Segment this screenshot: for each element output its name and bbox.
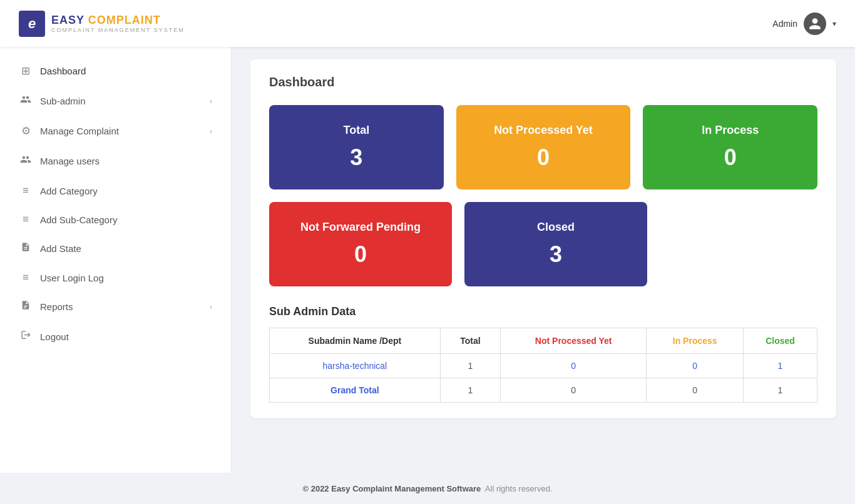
reports-chevron: › xyxy=(210,302,212,311)
row-name: harsha-technical xyxy=(270,354,441,378)
col-header-in-process: In Process xyxy=(647,328,744,354)
stat-not-forwarded-label: Not Forwared Pending xyxy=(282,221,439,234)
manage-users-icon xyxy=(19,154,33,168)
row-not-processed: 0 xyxy=(501,354,647,378)
stat-not-forwarded-value: 0 xyxy=(282,241,439,268)
stat-in-process-label: In Process xyxy=(655,124,805,137)
row-in-process: 0 xyxy=(647,354,744,378)
grand-total-closed: 1 xyxy=(744,378,817,403)
sub-admin-table: Subadmin Name /Dept Total Not Processed … xyxy=(269,328,817,403)
header-right: Admin ▾ xyxy=(772,13,836,35)
user-dropdown-arrow[interactable]: ▾ xyxy=(832,19,836,28)
col-header-total: Total xyxy=(440,328,500,354)
sidebar-item-sub-admin[interactable]: Sub-admin › xyxy=(0,86,231,116)
stat-row-2: Not Forwared Pending 0 Closed 3 xyxy=(269,202,817,286)
sidebar-item-add-state[interactable]: Add State xyxy=(0,234,231,263)
row-total: 1 xyxy=(440,354,500,378)
stat-in-process-value: 0 xyxy=(655,144,805,171)
sidebar-item-reports[interactable]: Reports › xyxy=(0,292,231,321)
sidebar-add-sub-category-label: Add Sub-Category xyxy=(40,214,212,225)
sidebar-manage-complaint-label: Manage Complaint xyxy=(40,126,202,136)
main-layout: ⊞ Dashboard Sub-admin › ⚙ Manage Complai… xyxy=(0,47,855,473)
footer: © 2022 Easy Complaint Management Softwar… xyxy=(0,473,855,504)
col-header-closed: Closed xyxy=(744,328,817,354)
sidebar-reports-label: Reports xyxy=(40,301,202,312)
sidebar-item-logout[interactable]: Logout xyxy=(0,321,231,351)
table-header-row: Subadmin Name /Dept Total Not Processed … xyxy=(270,328,817,354)
user-login-log-icon: ≡ xyxy=(19,271,33,284)
table-row: harsha-technical 1 0 0 1 xyxy=(270,354,817,378)
admin-name-label: Admin xyxy=(772,19,797,29)
sidebar-item-dashboard[interactable]: ⊞ Dashboard xyxy=(0,56,231,86)
add-sub-category-icon: ≡ xyxy=(19,213,33,226)
add-category-icon: ≡ xyxy=(19,184,33,197)
footer-suffix: All rights reserved. xyxy=(485,484,553,493)
grand-total-total: 1 xyxy=(440,378,500,403)
stat-card-in-process[interactable]: In Process 0 xyxy=(643,105,817,189)
header: e EASY COMPLAINT COMPLAINT MANAGEMENT SY… xyxy=(0,0,855,47)
footer-brand: © 2022 Easy Complaint Management Softwar… xyxy=(302,484,481,493)
logo-complaint: COMPLAINT xyxy=(88,14,161,26)
stat-not-processed-label: Not Processed Yet xyxy=(469,124,618,137)
reports-icon xyxy=(19,300,33,313)
stat-card-not-processed[interactable]: Not Processed Yet 0 xyxy=(456,105,631,189)
sidebar-sub-admin-label: Sub-admin xyxy=(40,96,202,106)
sidebar: ⊞ Dashboard Sub-admin › ⚙ Manage Complai… xyxy=(0,47,232,473)
sidebar-user-login-log-label: User Login Log xyxy=(40,273,212,283)
sidebar-manage-users-label: Manage users xyxy=(40,156,212,166)
add-state-icon xyxy=(19,242,33,255)
row-closed: 1 xyxy=(744,354,817,378)
sidebar-logout-label: Logout xyxy=(40,331,212,342)
stat-card-closed[interactable]: Closed 3 xyxy=(464,202,647,286)
grand-total-not-processed: 0 xyxy=(501,378,647,403)
sidebar-item-manage-users[interactable]: Manage users xyxy=(0,146,231,176)
grand-total-row: Grand Total 1 0 0 1 xyxy=(270,378,817,403)
col-header-name: Subadmin Name /Dept xyxy=(270,328,441,354)
stat-card-total[interactable]: Total 3 xyxy=(269,105,444,189)
stat-not-processed-value: 0 xyxy=(469,144,618,171)
sidebar-item-manage-complaint[interactable]: ⚙ Manage Complaint › xyxy=(0,116,231,146)
logo-text: EASY COMPLAINT COMPLAINT MANAGEMENT SYST… xyxy=(51,14,185,33)
stat-total-label: Total xyxy=(282,124,431,137)
logo-easy: EASY xyxy=(51,14,84,26)
page-title: Dashboard xyxy=(269,75,817,89)
sidebar-item-user-login-log[interactable]: ≡ User Login Log xyxy=(0,263,231,292)
sidebar-dashboard-label: Dashboard xyxy=(40,66,212,76)
grand-total-label: Grand Total xyxy=(270,378,441,403)
sidebar-add-category-label: Add Category xyxy=(40,186,212,196)
avatar[interactable] xyxy=(804,13,826,35)
stat-card-not-forwarded[interactable]: Not Forwared Pending 0 xyxy=(269,202,452,286)
manage-complaint-chevron: › xyxy=(210,126,212,136)
sub-admin-chevron: › xyxy=(210,96,212,106)
stat-closed-label: Closed xyxy=(477,221,635,234)
sidebar-item-add-sub-category[interactable]: ≡ Add Sub-Category xyxy=(0,205,231,234)
logo-area: e EASY COMPLAINT COMPLAINT MANAGEMENT SY… xyxy=(19,11,185,37)
stat-closed-value: 3 xyxy=(477,241,635,268)
sidebar-add-state-label: Add State xyxy=(40,243,212,254)
sub-admin-icon xyxy=(19,94,33,108)
grand-total-in-process: 0 xyxy=(647,378,744,403)
col-header-not-processed: Not Processed Yet xyxy=(501,328,647,354)
logo-subtitle: COMPLAINT MANAGEMENT SYSTEM xyxy=(51,27,185,33)
dashboard-icon: ⊞ xyxy=(19,64,33,78)
footer-text: © 2022 Easy Complaint Management Softwar… xyxy=(302,484,552,493)
stat-row-1: Total 3 Not Processed Yet 0 In Process 0 xyxy=(269,105,817,189)
stat-total-value: 3 xyxy=(282,144,431,171)
main-content: Dashboard Total 3 Not Processed Yet 0 In… xyxy=(232,47,855,473)
dashboard-card: Dashboard Total 3 Not Processed Yet 0 In… xyxy=(250,59,836,418)
sub-admin-section-title: Sub Admin Data xyxy=(269,305,817,318)
logo-icon: e xyxy=(19,11,45,37)
manage-complaint-icon: ⚙ xyxy=(19,124,33,138)
sidebar-item-add-category[interactable]: ≡ Add Category xyxy=(0,176,231,205)
logout-icon xyxy=(19,330,33,343)
